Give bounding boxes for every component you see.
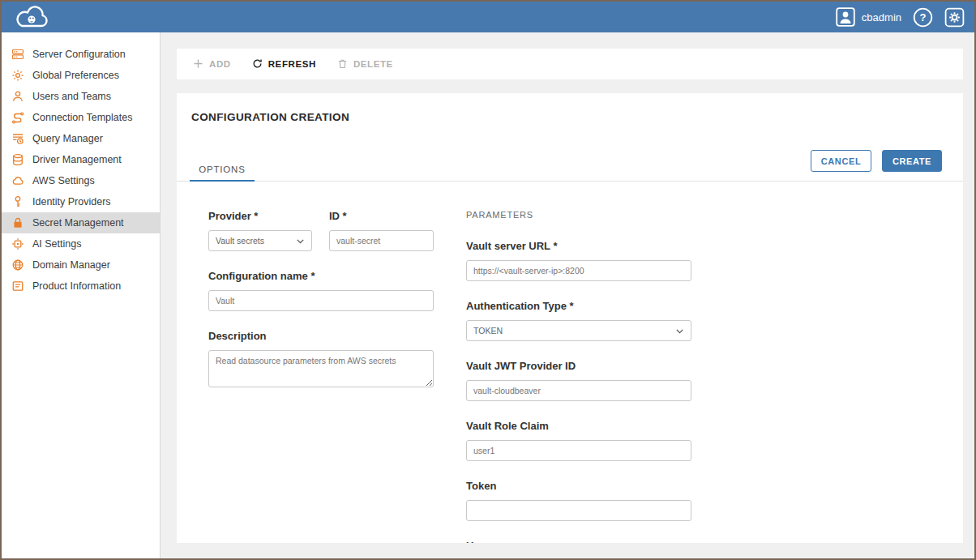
toolbar: ADD REFRESH DELETE [177, 49, 963, 79]
configuration-name-input[interactable] [208, 290, 434, 311]
parameters-caption: PARAMETERS [466, 210, 691, 220]
admin-sidebar: Server Configuration Global Preferences … [2, 32, 161, 558]
sidebar-item-label: AI Settings [32, 238, 81, 250]
top-bar: cbadmin ? [2, 2, 974, 32]
token-label: Token [466, 480, 691, 492]
sidebar-item-label: AWS Settings [32, 175, 95, 186]
lock-icon [11, 216, 24, 229]
document-icon [11, 280, 24, 293]
refresh-button-label: REFRESH [268, 59, 316, 69]
form-right-column: PARAMETERS Vault server URL * Authentica… [466, 210, 691, 543]
id-input[interactable] [329, 230, 434, 251]
add-button-label: ADD [209, 59, 231, 69]
chevron-down-icon [676, 326, 683, 336]
help-icon[interactable]: ? [913, 7, 933, 28]
id-label: ID * [329, 210, 434, 222]
vault-jwt-provider-id-label: Vault JWT Provider ID [466, 360, 691, 372]
key-icon [11, 195, 24, 208]
globe-icon [11, 259, 24, 271]
sidebar-item-server-configuration[interactable]: Server Configuration [2, 44, 160, 65]
sidebar-item-connection-templates[interactable]: Connection Templates [2, 107, 160, 128]
vault-role-claim-label: Vault Role Claim [466, 420, 691, 432]
refresh-icon [252, 58, 263, 71]
gear-icon [11, 69, 24, 82]
vault-jwt-provider-id-input[interactable] [466, 380, 691, 401]
query-list-clock-icon [11, 132, 24, 145]
vault-server-url-input[interactable] [466, 260, 691, 281]
sidebar-item-secret-management[interactable]: Secret Management [2, 212, 160, 233]
form-left-column: Provider * Vault secrets ID * [208, 210, 434, 409]
provider-select[interactable]: Vault secrets [208, 230, 312, 251]
user-menu[interactable]: cbadmin [836, 7, 901, 27]
svg-text:?: ? [920, 11, 927, 24]
vault-server-url-label: Vault server URL * [466, 240, 691, 252]
username-label: Username [466, 540, 691, 543]
plus-icon [193, 58, 203, 71]
tab-options[interactable]: OPTIONS [190, 165, 255, 182]
sidebar-item-driver-management[interactable]: Driver Management [2, 149, 160, 170]
provider-label: Provider * [208, 210, 312, 222]
sidebar-item-users-and-teams[interactable]: Users and Teams [2, 86, 160, 107]
user-avatar-icon [836, 7, 855, 27]
cloudbeaver-logo-icon [10, 3, 57, 31]
provider-select-value: Vault secrets [216, 236, 264, 246]
sidebar-item-label: Connection Templates [32, 112, 132, 123]
authentication-type-select[interactable]: TOKEN [466, 320, 691, 341]
description-label: Description [208, 330, 434, 342]
chevron-down-icon [297, 236, 304, 246]
add-button[interactable]: ADD [193, 58, 231, 71]
configuration-creation-panel: CONFIGURATION CREATION CANCEL CREATE OPT… [177, 93, 963, 543]
sidebar-item-label: Identity Providers [32, 196, 111, 207]
sidebar-item-identity-providers[interactable]: Identity Providers [2, 191, 160, 212]
sidebar-item-label: Global Preferences [32, 70, 119, 81]
server-icon [11, 48, 24, 61]
settings-gear-icon[interactable] [944, 7, 965, 28]
tab-bar: OPTIONS [177, 164, 963, 182]
database-icon [11, 153, 24, 166]
configuration-name-label: Configuration name * [208, 270, 434, 282]
sidebar-item-label: Driver Management [32, 154, 122, 165]
vault-role-claim-input[interactable] [466, 440, 691, 461]
delete-button-label: DELETE [353, 59, 393, 69]
refresh-button[interactable]: REFRESH [252, 58, 316, 71]
authentication-type-value: TOKEN [473, 326, 503, 336]
authentication-type-label: Authentication Type * [466, 300, 691, 312]
content-area: ADD REFRESH DELETE [161, 32, 974, 558]
sidebar-item-aws-settings[interactable]: AWS Settings [2, 170, 160, 191]
chip-icon [11, 237, 24, 250]
sidebar-item-label: Product Information [32, 280, 121, 292]
description-textarea[interactable]: Read datasource parameters from AWS secr… [208, 350, 434, 387]
sidebar-item-label: Server Configuration [32, 49, 126, 60]
delete-button[interactable]: DELETE [337, 58, 393, 71]
page-title: CONFIGURATION CREATION [191, 111, 349, 123]
app-window: cbadmin ? [0, 0, 976, 560]
flow-icon [11, 111, 24, 124]
sidebar-item-product-information[interactable]: Product Information [2, 276, 160, 297]
sidebar-item-ai-settings[interactable]: AI Settings [2, 233, 160, 254]
user-icon [11, 90, 24, 103]
sidebar-item-global-preferences[interactable]: Global Preferences [2, 65, 160, 86]
sidebar-item-label: Query Manager [32, 133, 103, 144]
sidebar-item-label: Domain Manager [32, 259, 110, 271]
sidebar-item-domain-manager[interactable]: Domain Manager [2, 254, 160, 276]
trash-icon [337, 58, 348, 71]
sidebar-item-query-manager[interactable]: Query Manager [2, 128, 160, 149]
cloud-icon [11, 174, 24, 187]
sidebar-item-label: Users and Teams [32, 91, 111, 102]
user-name: cbadmin [862, 11, 901, 24]
sidebar-item-label: Secret Management [32, 217, 124, 229]
token-input[interactable] [466, 500, 691, 521]
